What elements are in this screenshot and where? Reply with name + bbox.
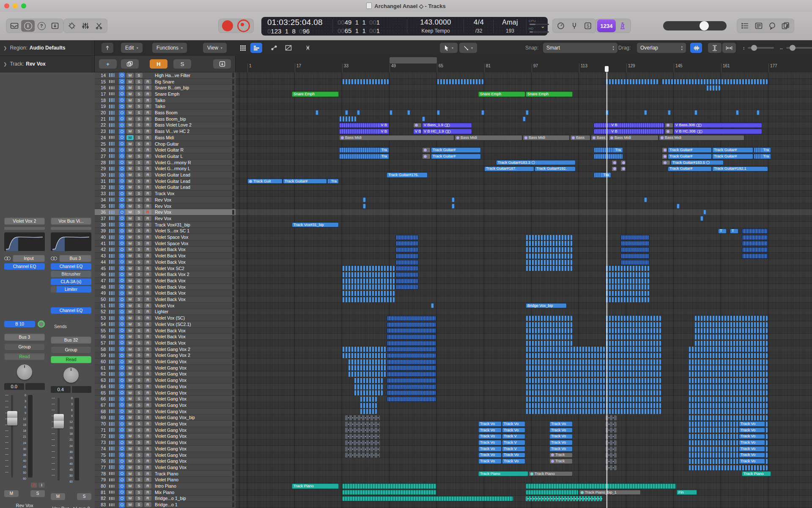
catch-playhead-button[interactable] [102,43,113,53]
arrange-region[interactable]: Track Piano_bip_1 [579,490,641,495]
track-record-button[interactable]: R [144,185,151,190]
track-header-row[interactable]: 31MSRViolet Guitar Lead [95,178,236,185]
track-record-button[interactable]: R [144,204,151,209]
group-slot[interactable]: Group [4,343,45,351]
functions-menu[interactable]: Functions▾ [152,43,187,53]
arrange-region[interactable] [665,123,673,128]
track-on-off-button[interactable] [119,141,125,146]
track-header-row[interactable]: 63MSRViolet Gang Vox [95,377,236,384]
channel-setting-name[interactable]: Violet Vox 2 [4,218,45,225]
track-on-off-button[interactable] [119,104,125,109]
midi-note-cluster[interactable] [387,347,436,352]
midi-dot-cluster[interactable] [345,422,380,427]
track-header-row[interactable]: 41MSRViolet Space Vox [95,240,236,247]
track-header-row[interactable]: 69MSRViolet Gang Vox_bip [95,415,236,421]
track-solo-button[interactable]: S [135,490,143,495]
track-record-button[interactable]: R [144,135,151,140]
track-on-off-button[interactable] [119,135,125,140]
track-mute-button[interactable]: M [126,129,134,134]
mute-button[interactable]: M [4,490,19,497]
track-lane[interactable] [236,477,812,483]
track-on-off-button[interactable] [119,309,125,315]
input-slot[interactable]: Bus 3 [59,255,91,262]
track-on-off-button[interactable] [119,421,125,427]
track-lane[interactable] [236,496,812,502]
midi-note-cluster[interactable] [606,272,649,277]
track-mute-button[interactable]: M [126,490,134,495]
arrange-region[interactable]: Track Vo [502,458,525,464]
track-record-button[interactable]: R [144,340,151,345]
arrange-region[interactable]: V B [339,129,389,134]
track-lane[interactable] [236,110,812,116]
track-on-off-button[interactable] [119,390,125,395]
track-solo-button[interactable]: S [135,415,143,420]
midi-note-cluster[interactable] [689,390,768,395]
track-header-row[interactable]: 22MSRBass Violet Love 2 [95,122,236,129]
track-on-off-button[interactable] [119,153,125,159]
track-record-button[interactable]: R [144,433,151,439]
midi-note-cluster[interactable] [395,266,418,271]
track-header-row[interactable]: 46MSRViolet Back Vox 2 [95,271,236,278]
midi-dot-cluster[interactable] [606,422,617,427]
midi-note-cluster[interactable] [526,260,572,265]
midi-note-cluster[interactable] [387,365,436,370]
track-solo-button[interactable]: S [135,458,143,464]
track-header-row[interactable]: 18MSRTaiko [95,97,236,104]
track-header-row[interactable]: 48MSRViolet Back Vox [95,284,236,290]
track-lane[interactable] [236,271,812,278]
track-record-button[interactable]: R [144,253,151,258]
track-header-row[interactable]: 75MSRViolet Gang Vox [95,452,236,458]
midi-note-block[interactable] [526,110,529,115]
midi-note-cluster[interactable] [387,384,436,389]
midi-note-cluster[interactable] [395,254,418,259]
track-mute-button[interactable]: M [126,378,134,383]
midi-note-cluster[interactable] [620,254,649,259]
midi-dot-cluster[interactable] [606,440,617,445]
track-on-off-button[interactable] [119,452,125,458]
track-solo-button[interactable]: S [135,160,143,165]
midi-note-cluster[interactable] [526,384,605,389]
arrange-region[interactable] [526,490,579,495]
arrange-region[interactable]: Tra [754,147,771,153]
track-record-button[interactable]: R [144,110,151,115]
arrange-region[interactable]: Track Vo [739,434,765,439]
track-solo-button[interactable]: S [135,483,143,489]
track-mute-button[interactable]: M [126,260,134,265]
track-on-off-button[interactable] [119,446,125,451]
track-header-row[interactable]: 37MSRRev Vox [95,215,236,222]
midi-dot-cluster[interactable] [606,453,617,458]
lcd-mode-chevron-icon[interactable]: ⌄ [540,23,545,29]
pointer-tool-menu[interactable]: ▾ [440,43,458,53]
midi-note-cluster[interactable] [606,322,661,327]
lcd-display[interactable]: 01:03:25:04.08 0123 1 8 096 0049 1 1 001… [261,17,548,36]
track-record-button[interactable]: R [144,290,151,295]
track-solo-button[interactable]: S [135,471,143,476]
midi-note-cluster[interactable] [354,390,383,395]
track-lane[interactable] [236,265,812,272]
track-on-off-button[interactable] [119,483,125,489]
midi-note-cluster[interactable] [342,79,389,84]
track-header-row[interactable]: 80MSRIntro Piano [95,483,236,489]
track-mute-button[interactable]: M [126,216,134,221]
track-solo-button[interactable]: S [135,266,143,271]
track-record-button[interactable]: R [144,160,151,165]
track-mute-button[interactable]: M [126,440,134,445]
track-solo-button[interactable]: S [135,197,143,202]
track-record-button[interactable]: R [144,471,151,476]
track-on-off-button[interactable] [119,172,125,178]
arrange-region[interactable] [620,166,626,172]
arrange-region[interactable]: Track Vo [478,440,502,445]
track-header-row[interactable]: 56MSRViolet Back Vox [95,334,236,340]
midi-note-block[interactable] [437,110,440,115]
track-solo-button[interactable]: S [135,235,143,240]
midi-note-cluster[interactable] [387,353,436,358]
midi-note-cluster[interactable] [620,247,649,252]
plugin-slot[interactable]: Limiter [51,286,91,293]
track-mute-button[interactable]: M [126,197,134,202]
midi-note-cluster[interactable] [526,390,605,395]
track-header-row[interactable]: 68MSRViolet Gang Vox [95,409,236,415]
arrange-region[interactable]: Track Vo [739,440,765,445]
track-solo-button[interactable]: S [135,502,143,507]
arrange-region[interactable]: Track Guitar# [668,147,712,153]
midi-note-cluster[interactable] [342,272,395,277]
